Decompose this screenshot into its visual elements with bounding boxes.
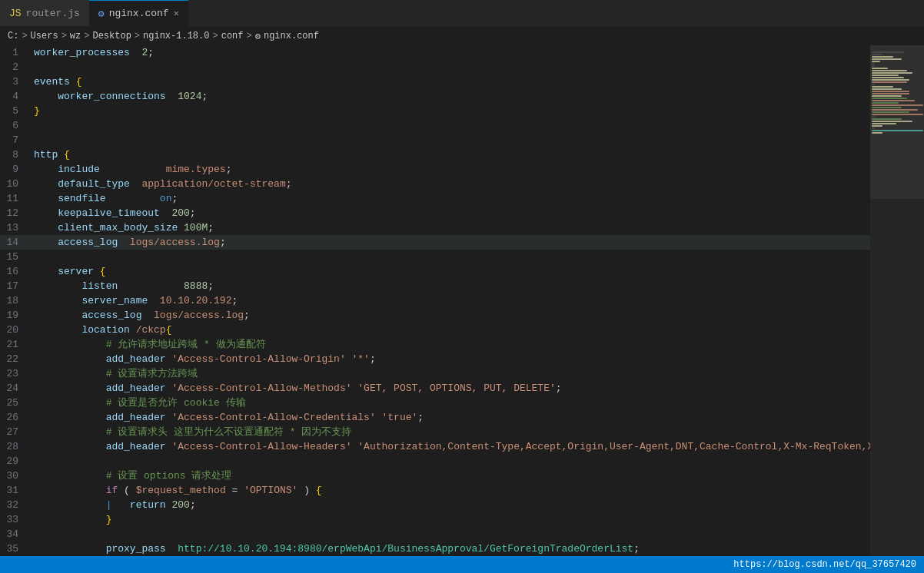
tab-nginx-conf[interactable]: ⚙ nginx.conf ✕: [89, 0, 188, 26]
code-line: 16 server {: [0, 264, 870, 279]
code-line: 2: [0, 60, 870, 75]
code-line: 1 worker_processes 2;: [0, 45, 870, 60]
tab-label-nginx: nginx.conf: [109, 8, 169, 19]
code-line: 20 location /ckcp{: [0, 323, 870, 337]
editor-wrapper: 1 worker_processes 2; 2 3 events { 4 wor…: [0, 45, 924, 556]
code-line: 24 add_header 'Access-Control-Allow-Meth…: [0, 381, 870, 396]
code-line: 34: [0, 527, 870, 542]
code-line: 12 keepalive_timeout 200;: [0, 206, 870, 220]
tab-router-js[interactable]: JS router.js: [0, 0, 89, 26]
code-line: 7: [0, 133, 870, 147]
tab-label-router: router.js: [26, 8, 80, 19]
code-line: 4 worker_connections 1024;: [0, 89, 870, 104]
conf-icon-breadcrumb: ⚙: [255, 31, 261, 42]
minimap: [870, 45, 924, 556]
status-bar: https://blog.csdn.net/qq_37657420: [0, 556, 924, 573]
code-line: 29: [0, 454, 870, 469]
code-line: 32 | return 200;: [0, 498, 870, 512]
code-line: 26 add_header 'Access-Control-Allow-Cred…: [0, 410, 870, 425]
code-line: 31 if ( $request_method = 'OPTIONS' ) {: [0, 483, 870, 498]
code-line: 25 # 设置是否允许 cookie 传输: [0, 396, 870, 410]
conf-icon: ⚙: [98, 8, 105, 20]
code-line: 33 }: [0, 512, 870, 527]
code-line: 15: [0, 250, 870, 264]
code-line: 17 listen 8888;: [0, 279, 870, 293]
code-line: 8 http {: [0, 147, 870, 162]
tab-bar: JS router.js ⚙ nginx.conf ✕: [0, 0, 924, 27]
code-line: 28 add_header 'Access-Control-Allow-Head…: [0, 439, 870, 454]
breadcrumb: C: > Users > wz > Desktop > nginx-1.18.0…: [0, 27, 924, 45]
code-line: 35 proxy_pass http://10.10.20.194:8980/e…: [0, 542, 870, 556]
code-line: 6: [0, 118, 870, 133]
code-line: 18 server_name 10.10.20.192;: [0, 293, 870, 308]
code-line: 3 events {: [0, 75, 870, 89]
code-area[interactable]: 1 worker_processes 2; 2 3 events { 4 wor…: [0, 45, 870, 556]
code-line: 19 access_log logs/access.log;: [0, 308, 870, 323]
code-line: 9 include mime.types;: [0, 162, 870, 177]
code-line: 10 default_type application/octet-stream…: [0, 177, 870, 191]
status-url: https://blog.csdn.net/qq_37657420: [733, 559, 916, 570]
js-icon: JS: [9, 8, 22, 19]
editor-main: 1 worker_processes 2; 2 3 events { 4 wor…: [0, 45, 870, 556]
code-line: 5 }: [0, 104, 870, 118]
code-line: 27 # 设置请求头 这里为什么不设置通配符 * 因为不支持: [0, 425, 870, 439]
code-line: 14 access_log logs/access.log;: [0, 235, 870, 250]
code-line: 13 client_max_body_size 100M;: [0, 220, 870, 235]
code-line: 23 # 设置请求方法跨域: [0, 366, 870, 381]
close-tab-button[interactable]: ✕: [174, 8, 179, 19]
code-line: 11 sendfile on;: [0, 191, 870, 206]
code-line: 30 # 设置 options 请求处理: [0, 469, 870, 483]
code-line: 22 add_header 'Access-Control-Allow-Orig…: [0, 352, 870, 366]
code-line: 21 # 允许请求地址跨域 * 做为通配符: [0, 337, 870, 352]
